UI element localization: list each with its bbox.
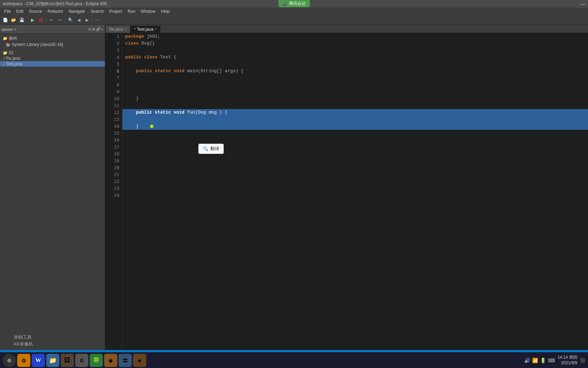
code-line-19[interactable]	[122, 157, 588, 164]
code-line-17[interactable]: 🔍 翻译	[122, 144, 588, 151]
code-line-4[interactable]: public class Test {	[122, 54, 588, 61]
code-line-8[interactable]	[122, 81, 588, 88]
keyboard-icon[interactable]: ⌨	[548, 358, 555, 363]
menu-project[interactable]: Project	[107, 8, 125, 14]
tab-rejava-close[interactable]: ×	[124, 27, 127, 31]
translate-popup[interactable]: 🔍 翻译	[198, 144, 224, 154]
code-line-18[interactable]	[122, 151, 588, 157]
toolbar-undo[interactable]: ↩	[48, 16, 55, 24]
code-plain	[152, 68, 155, 75]
line-num-19: 19	[108, 157, 119, 164]
tencent-label: 腾讯会议	[289, 1, 306, 7]
sidebar-item-testjava[interactable]: J Test.java	[0, 61, 105, 67]
taskbar-app-files[interactable]: 📁	[46, 354, 59, 367]
code-line-15[interactable]	[122, 130, 588, 137]
toolbar-debug[interactable]: 🐞	[37, 16, 44, 24]
toolbar-run-debug[interactable]: ▶	[29, 16, 36, 24]
app-extra-icon: ◈	[138, 357, 142, 364]
code-line-22[interactable]	[122, 178, 588, 185]
code-line-7[interactable]	[122, 75, 588, 81]
battery-icon[interactable]: 🔋	[540, 358, 546, 363]
code-line-2[interactable]: class Dog{}	[122, 40, 588, 47]
line-num-17: 17	[108, 144, 119, 151]
taskbar-app-meeting[interactable]: 〓	[119, 354, 132, 367]
taskbar-start-button[interactable]: ⊙	[3, 354, 16, 367]
tencent-meeting-button[interactable]: 📹 腾讯会议	[278, 0, 310, 7]
menu-source[interactable]: Source	[26, 8, 45, 14]
tab-testjava-close[interactable]: ×	[155, 27, 157, 31]
tab-rejava[interactable]: Re.java ×	[105, 25, 130, 33]
sidebar-link-btn[interactable]: 🔗	[96, 27, 101, 31]
toolbar-redo[interactable]: ↪	[56, 16, 63, 24]
taskbar-app-butterfly[interactable]: ✿	[17, 354, 30, 367]
menu-window[interactable]: Window	[138, 8, 158, 14]
taskbar-app-browser[interactable]: ◉	[104, 354, 117, 367]
toolbar-open[interactable]: 📂	[10, 16, 17, 24]
taskbar-app-extra[interactable]: ◈	[133, 354, 146, 367]
toolbar-more[interactable]: ⋯	[94, 16, 101, 24]
network-icon[interactable]: 📶	[532, 358, 538, 363]
code-line-12[interactable]: public static void fun(Dog dog ) {	[122, 109, 588, 116]
toolbar-new[interactable]: 📄	[1, 16, 9, 24]
sidebar-expand-btn[interactable]: ⊞	[92, 27, 95, 31]
tab-testjava[interactable]: * Test.java ×	[130, 25, 161, 33]
line-num-24: 24	[108, 192, 119, 199]
taskbar-app-word[interactable]: W	[32, 354, 45, 367]
sidebar-item-label: 教科	[9, 36, 17, 41]
code-line-6[interactable]: public static void main(String[] args) {	[122, 68, 588, 75]
code-line-24[interactable]	[122, 192, 588, 199]
main-layout: xplorer × ⊟ ⊞ 🔗 × 📁 教科 📚 System Library …	[0, 25, 588, 350]
menu-file[interactable]: File	[1, 8, 13, 14]
toolbar-forward[interactable]: ▶	[83, 16, 91, 24]
menu-edit[interactable]: Edit	[13, 8, 26, 14]
app-word-icon: W	[36, 357, 41, 364]
line-num-1: 1	[108, 33, 119, 40]
code-line-14[interactable]: }	[122, 123, 588, 130]
sidebar-item-jiaoke[interactable]: 📁 教科	[0, 35, 105, 42]
sidebar-item-label: 01	[9, 50, 13, 55]
menu-help[interactable]: Help	[158, 8, 172, 14]
app-wechat-icon: 🍀	[92, 357, 100, 364]
code-line-23[interactable]	[122, 185, 588, 192]
taskbar-app-photos[interactable]: 🖼	[61, 354, 74, 367]
volume-icon[interactable]: 🔊	[524, 358, 530, 363]
toolbar-back[interactable]: ◀	[75, 16, 82, 24]
toolbar-search[interactable]: 🔍	[67, 16, 74, 24]
app-files-icon: 📁	[49, 357, 57, 364]
sidebar-item-01[interactable]: 📁 01	[0, 50, 105, 56]
sidebar-item-jre[interactable]: 📚 System Library [JavaSE-16]	[0, 42, 105, 47]
app-photos-icon: 🖼	[64, 357, 70, 364]
sidebar-item-rejava[interactable]: J Re.java	[0, 56, 105, 61]
code-content[interactable]: package jh01; class Dog{} public class T…	[122, 33, 588, 350]
line-num-15: 15	[108, 130, 119, 137]
code-plain: fun(Dog dog ) {	[185, 109, 228, 116]
code-line-9[interactable]	[122, 88, 588, 95]
code-line-13[interactable]	[122, 116, 588, 123]
kw-class: class	[125, 40, 139, 47]
taskbar-app-wechat[interactable]: 🍀	[90, 354, 103, 367]
code-editor[interactable]: 1 2 3 4 5 6 7 8 9 10 11 12 13 14 15 16 1…	[105, 33, 588, 350]
code-plain	[171, 68, 174, 75]
taskbar-app-settings[interactable]: ⚙	[75, 354, 88, 367]
minimize-button[interactable]: —	[580, 1, 585, 7]
sidebar-close-btn[interactable]: ×	[101, 27, 103, 31]
kw-package: package	[125, 33, 144, 40]
code-line-5[interactable]	[122, 61, 588, 68]
code-line-20[interactable]	[122, 164, 588, 171]
code-line-11[interactable]	[122, 102, 588, 109]
menu-navigate[interactable]: Navigate	[66, 8, 88, 14]
show-desktop-icon[interactable]: ⬛	[580, 358, 585, 363]
code-line-1[interactable]: package jh01;	[122, 33, 588, 40]
code-line-10[interactable]: }	[122, 95, 588, 102]
toolbar-save[interactable]: 💾	[18, 16, 26, 24]
kw-class2: class	[144, 54, 158, 61]
menu-refactor[interactable]: Refactor	[45, 8, 66, 14]
menu-search[interactable]: Search	[88, 8, 107, 14]
code-line-16[interactable]	[122, 137, 588, 144]
watermark-line2: KK录像机	[14, 341, 33, 348]
code-plain	[171, 109, 174, 116]
sidebar-collapse-btn[interactable]: ⊟	[88, 27, 91, 31]
menu-run[interactable]: Run	[125, 8, 138, 14]
code-line-21[interactable]	[122, 171, 588, 178]
code-line-3[interactable]	[122, 47, 588, 54]
